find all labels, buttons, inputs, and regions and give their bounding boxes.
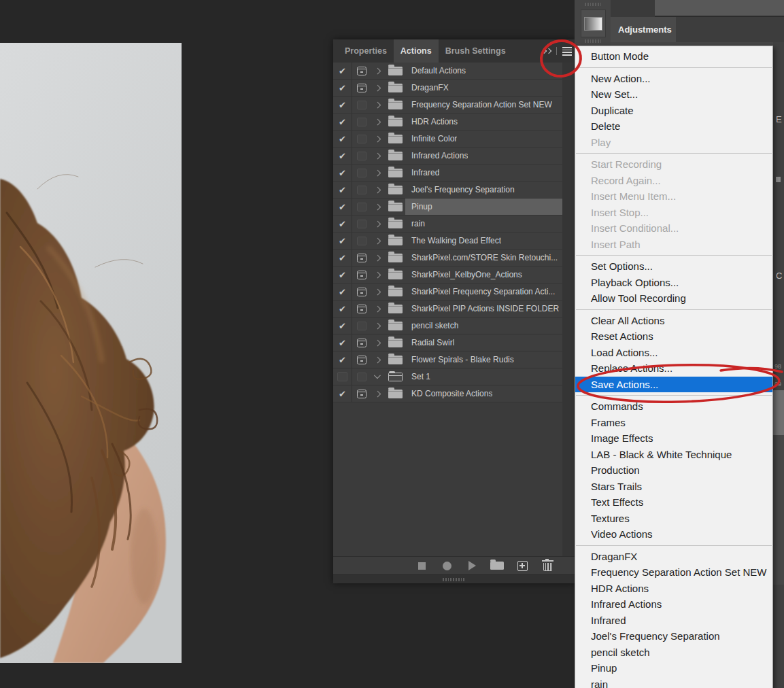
include-toggle[interactable]: ✔	[333, 199, 352, 215]
expand-toggle[interactable]	[371, 148, 385, 164]
dialog-toggle[interactable]	[352, 97, 371, 113]
dock-grip[interactable]	[585, 39, 601, 43]
include-toggle[interactable]: ✔	[333, 317, 352, 334]
menu-item[interactable]: Insert Menu Item...	[575, 188, 772, 205]
dialog-toggle[interactable]	[352, 317, 371, 334]
include-toggle[interactable]: ✔	[333, 216, 352, 232]
menu-item[interactable]: Allow Tool Recording	[575, 290, 772, 307]
menu-item[interactable]: Record Again...	[575, 173, 772, 189]
action-set-row[interactable]: ✔ Pinup	[333, 199, 562, 216]
expand-toggle[interactable]	[371, 334, 385, 351]
menu-item[interactable]: HDR Actions	[575, 581, 772, 597]
action-set-row[interactable]: ✔ Default Actions	[333, 63, 562, 80]
expand-toggle[interactable]	[371, 385, 385, 402]
panel-drag-bar[interactable]	[655, 0, 784, 17]
menu-item[interactable]: Frequency Separation Action Set NEW	[575, 564, 772, 581]
action-set-row[interactable]: ✔ Joel's Frequency Separation	[333, 182, 562, 199]
dialog-toggle[interactable]	[352, 351, 371, 368]
include-toggle[interactable]: ✔	[333, 233, 352, 249]
menu-item[interactable]: Duplicate	[575, 103, 772, 119]
include-toggle[interactable]: ✔	[333, 300, 352, 317]
action-set-row[interactable]: ✔ pencil sketch	[333, 317, 562, 334]
action-set-label-zone[interactable]: Frequency Separation Action Set NEW	[405, 97, 562, 113]
include-toggle[interactable]: ✔	[333, 114, 352, 130]
menu-item[interactable]: LAB - Black & White Technique	[575, 447, 772, 463]
action-set-row[interactable]: ✔ Frequency Separation Action Set NEW	[333, 97, 562, 114]
include-toggle[interactable]: ✔	[333, 148, 352, 164]
stop-button[interactable]	[413, 559, 430, 572]
expand-toggle[interactable]	[371, 317, 385, 334]
menu-item[interactable]: Commands	[575, 398, 772, 415]
panel-menu-icon[interactable]	[562, 47, 572, 56]
action-set-row[interactable]: ✔ rain	[333, 216, 562, 233]
menu-item[interactable]: Insert Stop...	[575, 205, 772, 221]
menu-item[interactable]: Infrared Actions	[575, 596, 772, 613]
action-set-label-zone[interactable]: pencil sketch	[405, 317, 562, 334]
play-button[interactable]	[464, 559, 480, 572]
menu-item[interactable]: pencil sketch	[575, 644, 772, 661]
expand-toggle[interactable]	[371, 97, 385, 113]
dialog-toggle[interactable]	[352, 165, 371, 181]
menu-item[interactable]: Frames	[575, 415, 772, 431]
menu-item[interactable]: rain	[575, 676, 772, 688]
include-toggle[interactable]: ✔	[333, 97, 352, 113]
action-set-row[interactable]: ✔ SharkPixel_KelbyOne_Actions	[333, 266, 562, 283]
dialog-toggle[interactable]	[352, 63, 371, 79]
menu-item[interactable]: Set Options...	[575, 258, 772, 275]
menu-item[interactable]: Start Recording	[575, 156, 772, 173]
expand-toggle[interactable]	[371, 63, 385, 79]
menu-item[interactable]: Clear All Actions	[575, 313, 772, 329]
action-set-row[interactable]: ✔ Infrared Actions	[333, 148, 562, 165]
action-set-label-zone[interactable]: SharkPixel PIP Actions INSIDE FOLDER	[405, 300, 562, 317]
include-toggle[interactable]: ✔	[333, 283, 352, 300]
action-set-label-zone[interactable]: KD Composite Actions	[405, 385, 562, 402]
panel-resize-strip[interactable]	[333, 574, 575, 583]
dialog-toggle[interactable]	[352, 283, 371, 300]
menu-item[interactable]: Reset Actions	[575, 328, 772, 345]
tab-brush-settings[interactable]: Brush Settings	[439, 39, 513, 63]
expand-toggle[interactable]	[371, 368, 385, 385]
menu-item[interactable]: Video Actions	[575, 526, 772, 543]
expand-toggle[interactable]	[371, 266, 385, 283]
include-toggle[interactable]: ✔	[333, 351, 352, 368]
action-set-row[interactable]: ✔ SharkPixel Frequency Separation Acti..…	[333, 283, 562, 300]
action-set-label-zone[interactable]: SharkPixel.com/STORE Skin Retouchi...	[405, 250, 562, 266]
gradients-panel-button[interactable]	[581, 10, 606, 37]
action-set-label-zone[interactable]: Default Actions	[405, 63, 562, 79]
include-toggle[interactable]: ✔	[333, 368, 352, 385]
include-toggle[interactable]: ✔	[333, 250, 352, 266]
expand-toggle[interactable]	[371, 300, 385, 317]
menu-item[interactable]: Production	[575, 462, 772, 479]
menu-item[interactable]: DraganFX	[575, 549, 772, 565]
action-set-row[interactable]: ✔ SharkPixel.com/STORE Skin Retouchi...	[333, 250, 562, 266]
dock-grip[interactable]	[585, 3, 601, 6]
include-toggle[interactable]: ✔	[333, 266, 352, 283]
include-toggle[interactable]: ✔	[333, 80, 352, 96]
action-set-label-zone[interactable]: Flower Spirals - Blake Rudis	[405, 351, 562, 368]
dialog-toggle[interactable]	[352, 233, 371, 249]
dialog-toggle[interactable]	[352, 199, 371, 215]
include-toggle[interactable]: ✔	[333, 131, 352, 147]
expand-toggle[interactable]	[371, 351, 385, 368]
action-set-label-zone[interactable]: rain	[405, 216, 562, 232]
action-set-row[interactable]: ✔ Radial Swirl	[333, 334, 562, 351]
menu-item[interactable]: Play	[575, 135, 772, 151]
menu-item[interactable]: Stars Trails	[575, 479, 772, 495]
menu-item[interactable]: Insert Conditional...	[575, 220, 772, 237]
resize-grip[interactable]	[443, 578, 466, 581]
tab-adjustments[interactable]: Adjustments	[611, 17, 676, 42]
menu-item[interactable]: Replace Actions...	[575, 360, 772, 377]
menu-item[interactable]: Pinup	[575, 660, 772, 676]
include-toggle[interactable]: ✔	[333, 385, 352, 402]
expand-toggle[interactable]	[371, 80, 385, 96]
action-set-row[interactable]: ✔ Set 1	[333, 368, 562, 385]
dialog-toggle[interactable]	[352, 131, 371, 147]
expand-toggle[interactable]	[371, 182, 385, 198]
include-toggle[interactable]: ✔	[333, 63, 352, 79]
dialog-toggle[interactable]	[352, 182, 371, 198]
include-toggle[interactable]: ✔	[333, 334, 352, 351]
dialog-toggle[interactable]	[352, 114, 371, 130]
action-set-label-zone[interactable]: Infinite Color	[405, 131, 562, 147]
new-action-button[interactable]	[514, 559, 530, 572]
expand-toggle[interactable]	[371, 199, 385, 215]
